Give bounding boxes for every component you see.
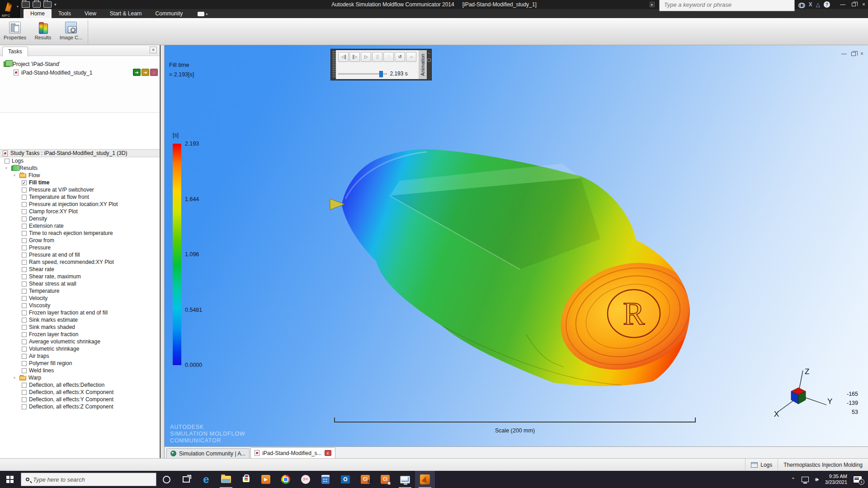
snipping-tool-button[interactable]: ✄ xyxy=(296,471,316,488)
task-checkbox[interactable] xyxy=(22,296,27,301)
pause-button[interactable]: || xyxy=(372,52,382,62)
print-icon[interactable] xyxy=(33,1,41,8)
study-task-item[interactable]: Sink marks shaded xyxy=(0,324,160,331)
restore-button[interactable] xyxy=(852,3,856,6)
study-task-item[interactable]: Sink marks estimate xyxy=(0,316,160,324)
keyword-search-input[interactable] xyxy=(659,0,795,11)
task-checkbox[interactable] xyxy=(22,289,27,294)
communication-center-icon[interactable]: △ xyxy=(816,1,820,8)
task-view-button[interactable] xyxy=(176,471,196,488)
study-task-item[interactable]: Volumetric shrinkage xyxy=(0,345,160,352)
task-checkbox[interactable] xyxy=(22,303,27,308)
task-checkbox[interactable] xyxy=(22,238,27,243)
cortana-button[interactable] xyxy=(156,471,176,488)
ci-app-button[interactable]: Ci15 xyxy=(355,471,375,488)
study-task-item[interactable]: Time to reach ejection temperature xyxy=(0,230,160,237)
task-checkbox[interactable] xyxy=(22,332,27,337)
store-button[interactable] xyxy=(236,471,256,488)
moldflow-app-button[interactable] xyxy=(415,471,435,488)
study-task-item[interactable]: Deflection, all effects:Y Component xyxy=(0,396,160,403)
taskbar-search[interactable]: Type here to search xyxy=(21,473,156,486)
doc-minimize-button[interactable]: — xyxy=(841,51,847,57)
new-project-icon[interactable] xyxy=(43,1,52,8)
task-checkbox[interactable] xyxy=(22,354,27,359)
task-checkbox[interactable] xyxy=(22,390,27,395)
outlook-button[interactable]: O xyxy=(335,471,355,488)
study-task-item[interactable]: Shear stress at wall xyxy=(0,280,160,287)
task-checkbox[interactable] xyxy=(22,260,27,265)
chrome-button[interactable] xyxy=(276,471,296,488)
study-task-item[interactable]: Viscosity xyxy=(0,302,160,309)
task-checkbox[interactable] xyxy=(22,253,27,258)
edge-button[interactable]: e xyxy=(196,471,216,488)
panel-pin-icon[interactable]: ◯ xyxy=(427,58,431,62)
panel-splitter[interactable] xyxy=(160,45,165,458)
panel-drag-handle[interactable] xyxy=(332,51,336,78)
task-checkbox[interactable]: ✓ xyxy=(22,180,27,185)
exchange-apps-icon[interactable]: X xyxy=(809,1,812,8)
project-node[interactable]: Project 'iPad-Stand' xyxy=(0,60,160,68)
study-task-item[interactable]: ▼ Results xyxy=(0,164,160,172)
study-task-item[interactable]: Deflection, all effects:Deflection xyxy=(0,381,160,389)
tab-simulation-community[interactable]: Simulation Community | A... xyxy=(166,448,250,458)
task-checkbox[interactable] xyxy=(22,310,27,315)
study-task-item[interactable]: Pressure at injection location:XY Plot xyxy=(0,201,160,208)
ci-app-2-button[interactable]: Ci✓ xyxy=(375,471,395,488)
task-checkbox[interactable] xyxy=(22,245,27,250)
moldflow-monitor-button[interactable] xyxy=(395,471,415,488)
movies-tv-button[interactable]: ▶ xyxy=(256,471,276,488)
study-task-item[interactable]: Velocity xyxy=(0,295,160,302)
task-checkbox[interactable] xyxy=(22,383,27,388)
study-task-item[interactable]: Logs xyxy=(0,157,160,164)
calculator-button[interactable] xyxy=(316,471,335,488)
close-panel-icon[interactable]: × xyxy=(150,47,157,53)
study-task-item[interactable]: Weld lines xyxy=(0,367,160,374)
study-task-item[interactable]: Temperature at flow front xyxy=(0,193,160,201)
volume-icon[interactable]: 🕪 xyxy=(815,476,819,483)
ribbon-tab[interactable]: View xyxy=(78,9,103,18)
tasks-tab[interactable]: Tasks xyxy=(2,47,28,56)
study-task-item[interactable]: Frozen layer fraction at end of fill xyxy=(0,309,160,316)
doc-restore-button[interactable] xyxy=(851,52,856,56)
task-checkbox[interactable] xyxy=(22,318,27,323)
study-open-icon[interactable]: ➔ xyxy=(133,69,141,76)
study-task-item[interactable]: Deflection, all effects:X Component xyxy=(0,389,160,396)
properties-button[interactable]: Properties xyxy=(2,19,28,43)
study-task-item[interactable]: Clamp force:XY Plot xyxy=(0,208,160,215)
ribbon-tab[interactable]: Start & Learn xyxy=(103,9,149,18)
fill-time-model[interactable]: R xyxy=(165,45,868,446)
loop-button[interactable]: ↺ xyxy=(395,52,405,62)
task-checkbox[interactable] xyxy=(22,339,27,344)
task-checkbox[interactable] xyxy=(22,209,27,214)
tab-close-icon[interactable]: x xyxy=(325,450,331,456)
ribbon-tab[interactable]: Community xyxy=(149,9,190,18)
task-checkbox[interactable] xyxy=(22,216,27,221)
study-task-item[interactable]: Frozen layer fraction xyxy=(0,331,160,338)
study-task-item[interactable]: Pressure at V/P switchover xyxy=(0,186,160,193)
study-task-item[interactable]: Average volumetric shrinkage xyxy=(0,338,160,345)
task-checkbox[interactable] xyxy=(22,282,27,286)
task-checkbox[interactable] xyxy=(22,397,27,402)
task-checkbox[interactable] xyxy=(22,347,27,352)
taskbar-clock[interactable]: 9:35 AM 3/23/2021 xyxy=(825,474,847,485)
file-explorer-button[interactable] xyxy=(216,471,236,488)
screencast-menu[interactable]: ▾ xyxy=(198,12,208,16)
task-checkbox[interactable] xyxy=(22,274,27,279)
stop-button[interactable]: □ xyxy=(383,52,394,62)
animation-slider[interactable] xyxy=(338,73,387,75)
network-icon[interactable] xyxy=(802,477,809,482)
previous-frame-button[interactable]: ◁| xyxy=(338,52,349,62)
study-task-item[interactable]: Pressure at end of fill xyxy=(0,251,160,258)
task-checkbox[interactable] xyxy=(5,159,9,164)
infocenter-flyout-icon[interactable]: ▸ xyxy=(650,2,655,7)
start-button[interactable] xyxy=(0,471,20,488)
task-checkbox[interactable] xyxy=(22,267,27,272)
study-task-item[interactable]: ▼ Flow xyxy=(0,172,160,179)
next-frame-button[interactable]: |▷ xyxy=(349,52,360,62)
study-task-item[interactable]: Pressure xyxy=(0,244,160,251)
study-task-item[interactable]: Grow from xyxy=(0,237,160,244)
help-icon[interactable]: ? xyxy=(824,1,830,8)
study-task-item[interactable]: Ram speed, recommended:XY Plot xyxy=(0,258,160,266)
task-checkbox[interactable] xyxy=(22,224,27,229)
logs-button[interactable]: Logs xyxy=(745,459,778,471)
